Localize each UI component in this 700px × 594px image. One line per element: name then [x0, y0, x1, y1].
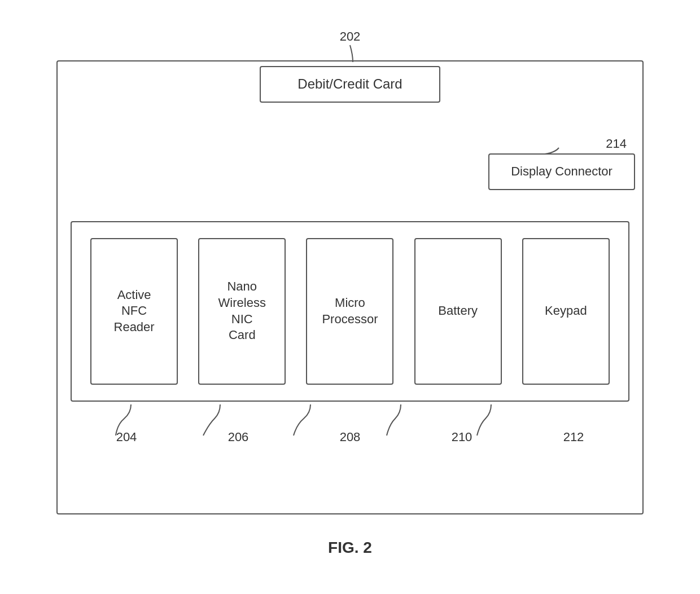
- ref-210: 210: [418, 430, 506, 445]
- debit-card-box: Debit/Credit Card: [260, 66, 440, 103]
- diagram-container: 202 Debit/Credit Card 214 Display Connec…: [40, 29, 660, 565]
- debit-card-label: Debit/Credit Card: [298, 76, 402, 92]
- ref-214-label: 214: [606, 137, 627, 151]
- display-connector-label: Display Connector: [511, 164, 613, 179]
- micro-processor-label: MicroProcessor: [322, 295, 378, 327]
- ref-206: 206: [195, 430, 282, 445]
- battery-box: Battery: [414, 238, 502, 385]
- micro-processor-box: MicroProcessor: [306, 238, 393, 385]
- figure-caption: FIG. 2: [328, 539, 372, 557]
- ref-202-label: 202: [340, 29, 361, 44]
- battery-label: Battery: [438, 303, 478, 319]
- ref-212: 212: [530, 430, 618, 445]
- display-connector-box: Display Connector: [488, 153, 635, 190]
- keypad-label: Keypad: [545, 303, 587, 319]
- nano-wireless-nic-label: NanoWirelessNICCard: [218, 279, 266, 343]
- keypad-box: Keypad: [522, 238, 610, 385]
- ref-numbers-row: 204 206 208 210 212: [71, 430, 629, 445]
- nano-wireless-nic-box: NanoWirelessNICCard: [198, 238, 286, 385]
- active-nfc-reader-box: ActiveNFCReader: [90, 238, 178, 385]
- ref-204: 204: [83, 430, 170, 445]
- active-nfc-reader-label: ActiveNFCReader: [114, 287, 155, 336]
- ref-208: 208: [307, 430, 394, 445]
- components-outer-box: ActiveNFCReader NanoWirelessNICCard Micr…: [71, 221, 629, 402]
